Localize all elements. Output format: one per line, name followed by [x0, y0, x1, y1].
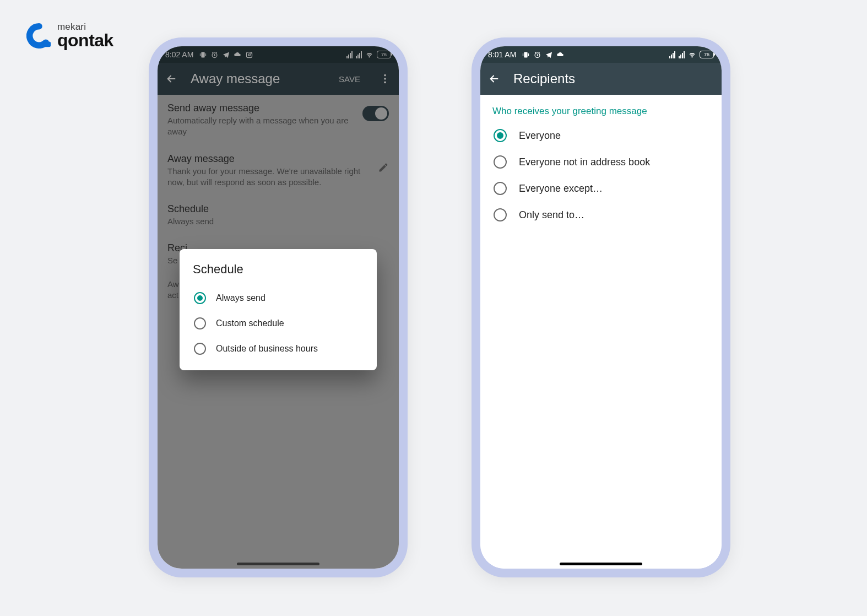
- section-header: Who receives your greeting message: [480, 95, 722, 122]
- recipient-option-everyone[interactable]: Everyone: [480, 122, 722, 149]
- wifi-icon: [688, 51, 696, 59]
- recipient-option-only[interactable]: Only send to…: [480, 202, 722, 228]
- radio-icon[interactable]: [194, 317, 206, 329]
- phone-recipients: 8:01 AM 76 Recipients: [472, 37, 730, 577]
- option-label: Outside of business hours: [216, 344, 318, 354]
- option-label: Custom schedule: [216, 318, 284, 328]
- schedule-option-outside[interactable]: Outside of business hours: [193, 336, 364, 361]
- svg-rect-0: [44, 41, 51, 47]
- status-bar: 8:01 AM 76: [480, 46, 722, 63]
- alarm-icon: [533, 51, 541, 59]
- back-button[interactable]: [488, 73, 500, 85]
- radio-icon[interactable]: [194, 343, 206, 355]
- schedule-dialog: Schedule Always send Custom schedule Out…: [180, 249, 377, 370]
- radio-icon[interactable]: [194, 292, 206, 304]
- logo-mark-icon: [26, 23, 52, 48]
- option-label: Only send to…: [519, 209, 584, 221]
- dialog-title: Schedule: [193, 262, 364, 277]
- status-time: 8:01 AM: [488, 50, 516, 59]
- home-indicator[interactable]: [560, 563, 642, 565]
- option-label: Everyone except…: [519, 183, 603, 194]
- recipient-option-except[interactable]: Everyone except…: [480, 175, 722, 202]
- recipient-option-not-in-book[interactable]: Everyone not in address book: [480, 149, 722, 175]
- radio-icon[interactable]: [494, 155, 507, 169]
- signal-icon: [669, 51, 675, 58]
- svg-rect-13: [528, 53, 529, 56]
- app-bar: Recipients: [480, 63, 722, 95]
- page-title: Recipients: [513, 71, 714, 87]
- option-label: Everyone not in address book: [519, 156, 650, 168]
- cloud-icon: [556, 51, 565, 59]
- radio-icon[interactable]: [494, 208, 507, 221]
- phone-away-message: 8:02 AM 76 Away: [149, 37, 408, 577]
- radio-icon[interactable]: [494, 182, 507, 195]
- logo-text-bottom: qontak: [57, 31, 113, 49]
- battery-level: 76: [704, 52, 709, 57]
- option-label: Everyone: [519, 130, 561, 142]
- home-indicator[interactable]: [237, 563, 319, 565]
- option-label: Always send: [216, 293, 265, 303]
- svg-rect-11: [524, 52, 528, 57]
- radio-icon[interactable]: [494, 129, 507, 142]
- signal-icon-2: [679, 51, 685, 58]
- vibrate-icon: [522, 51, 530, 59]
- schedule-option-custom[interactable]: Custom schedule: [193, 311, 364, 336]
- battery-icon: 76: [700, 51, 714, 58]
- schedule-option-always[interactable]: Always send: [193, 285, 364, 311]
- svg-rect-12: [523, 53, 523, 56]
- brand-logo: mekari qontak: [26, 22, 113, 49]
- telegram-icon: [545, 51, 553, 59]
